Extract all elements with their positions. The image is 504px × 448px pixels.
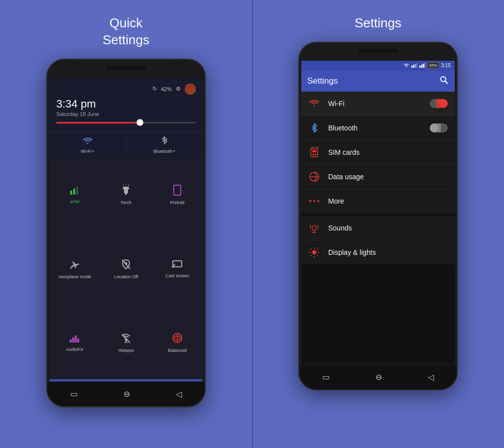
qs-bluetooth-toggle[interactable]: Bluetooth ▾ bbox=[126, 132, 203, 158]
qs-tile-balanced[interactable]: Balanced bbox=[152, 306, 203, 379]
qs-tile-torch[interactable]: Torch bbox=[101, 158, 151, 231]
svg-line-38 bbox=[445, 81, 448, 84]
qs-tile-aeroplane[interactable]: Aeroplane mode bbox=[49, 231, 100, 305]
svg-rect-11 bbox=[174, 185, 181, 195]
nav-recent-btn[interactable]: ▭ bbox=[70, 389, 78, 399]
svg-point-52 bbox=[312, 250, 316, 254]
qs-tile-airtel[interactable]: airtel bbox=[49, 158, 100, 231]
svg-rect-18 bbox=[70, 339, 72, 342]
qs-tile-location[interactable]: Location Off bbox=[101, 231, 151, 305]
settings-more-label: More bbox=[328, 197, 448, 205]
qs-battery: 42% bbox=[161, 86, 172, 92]
quick-settings-phone: ↻ 42% ⚙ 3:34 pm Saturday 18 June bbox=[46, 59, 206, 407]
qs-bt-label: Bluetooth ▾ bbox=[153, 149, 175, 154]
phone-nav-qs: ▭ ⊖ ◁ bbox=[47, 381, 205, 406]
qs-tile-grid: airtel bbox=[49, 158, 203, 379]
cast-icon bbox=[172, 260, 183, 271]
svg-rect-43 bbox=[315, 154, 316, 155]
svg-rect-20 bbox=[75, 336, 77, 342]
svg-line-57 bbox=[311, 248, 312, 249]
qs-tile-aeroplane-label: Aeroplane mode bbox=[58, 274, 91, 279]
portrait-icon bbox=[173, 185, 181, 198]
settings-panel: Settings bbox=[252, 0, 504, 448]
wifi-toggle[interactable] bbox=[430, 99, 448, 108]
qs-tile-audiofx-label: AudioFX bbox=[66, 347, 84, 352]
settings-item-wifi[interactable]: Wi-Fi bbox=[301, 92, 455, 116]
balanced-icon bbox=[172, 333, 183, 346]
svg-point-17 bbox=[172, 266, 174, 268]
qs-status-row: ↻ 42% ⚙ bbox=[56, 84, 196, 95]
plane-icon bbox=[69, 259, 80, 272]
settings-group-device: Sounds bbox=[301, 216, 455, 264]
svg-line-60 bbox=[311, 255, 312, 256]
settings-display-icon bbox=[308, 246, 320, 258]
svg-rect-2 bbox=[70, 191, 72, 195]
qs-wifi-label: Wi-Fi ▾ bbox=[81, 149, 94, 154]
bluetooth-toggle[interactable] bbox=[430, 123, 448, 132]
svg-rect-49 bbox=[312, 225, 316, 230]
settings-sim-label: SIM cards bbox=[328, 148, 448, 156]
settings-list: Wi-Fi Bluetooth bbox=[301, 92, 455, 364]
settings-item-display[interactable]: Display & lights bbox=[301, 240, 455, 264]
settings-item-more[interactable]: More bbox=[301, 189, 455, 213]
settings-item-sounds[interactable]: Sounds bbox=[301, 216, 455, 240]
settings-title: Settings bbox=[355, 15, 401, 32]
qs-toggle-row: ! Wi-Fi ▾ bbox=[49, 131, 203, 158]
qs-tile-cast[interactable]: Cast screen bbox=[152, 231, 203, 305]
svg-rect-36 bbox=[424, 63, 425, 68]
svg-line-59 bbox=[317, 248, 318, 249]
qs-tile-audiofx[interactable]: AudioFX bbox=[49, 306, 100, 379]
settings-item-data[interactable]: Data usage bbox=[301, 165, 455, 189]
nav-home-btn-settings[interactable]: ⊖ bbox=[376, 372, 382, 382]
settings-bt-label: Bluetooth bbox=[328, 124, 422, 132]
svg-point-48 bbox=[317, 200, 319, 202]
nav-recent-btn-settings[interactable]: ▭ bbox=[322, 372, 330, 382]
qs-tile-cast-label: Cast screen bbox=[165, 273, 189, 278]
settings-more-icon bbox=[308, 195, 320, 207]
phone-nav-settings: ▭ ⊖ ◁ bbox=[299, 364, 457, 389]
svg-rect-42 bbox=[312, 154, 314, 155]
settings-data-label: Data usage bbox=[328, 173, 448, 181]
svg-point-47 bbox=[313, 200, 315, 202]
nav-back-btn[interactable]: ◁ bbox=[176, 389, 182, 399]
qs-settings-icon[interactable]: ⚙ bbox=[176, 86, 181, 92]
qs-tile-hotspot-label: Hotspot bbox=[118, 348, 133, 353]
svg-rect-29 bbox=[411, 66, 413, 68]
settings-phone: 35% 3:15 Settings bbox=[298, 42, 458, 390]
search-icon[interactable] bbox=[440, 76, 449, 87]
status-signal-icon bbox=[411, 63, 417, 69]
quick-settings-screen: ↻ 42% ⚙ 3:34 pm Saturday 18 June bbox=[49, 78, 203, 381]
qs-date: Saturday 18 June bbox=[56, 111, 196, 117]
qs-tile-hotspot[interactable]: Hotspot bbox=[101, 306, 151, 379]
hotspot-icon bbox=[121, 333, 131, 346]
svg-rect-35 bbox=[423, 64, 424, 68]
settings-item-bluetooth[interactable]: Bluetooth bbox=[301, 116, 455, 140]
settings-item-sim[interactable]: SIM cards bbox=[301, 140, 455, 165]
svg-rect-40 bbox=[311, 149, 318, 157]
svg-point-39 bbox=[314, 105, 315, 106]
status-time: 3:15 bbox=[441, 63, 451, 68]
svg-rect-30 bbox=[413, 65, 414, 68]
nav-back-btn-settings[interactable]: ◁ bbox=[428, 372, 434, 382]
qs-tile-portrait[interactable]: Portrait bbox=[152, 158, 203, 231]
svg-rect-21 bbox=[77, 338, 79, 342]
svg-rect-19 bbox=[72, 337, 74, 342]
status-wifi-icon bbox=[403, 63, 409, 69]
qs-tile-portrait-label: Portrait bbox=[170, 200, 184, 205]
qs-tile-location-label: Location Off bbox=[114, 274, 138, 279]
wifi-icon: ! bbox=[82, 136, 93, 147]
svg-rect-3 bbox=[73, 189, 75, 195]
qs-avatar[interactable] bbox=[185, 84, 196, 95]
qs-wifi-toggle[interactable]: ! Wi-Fi ▾ bbox=[49, 132, 126, 158]
nav-home-btn[interactable]: ⊖ bbox=[124, 389, 130, 399]
settings-display-label: Display & lights bbox=[328, 248, 448, 256]
svg-text:!: ! bbox=[91, 137, 92, 141]
qs-brightness-slider[interactable] bbox=[56, 122, 196, 123]
bluetooth-icon bbox=[160, 136, 169, 147]
status-battery-icon: 35% bbox=[427, 62, 439, 69]
settings-group-network: Wi-Fi Bluetooth bbox=[301, 92, 455, 213]
qs-header: ↻ 42% ⚙ 3:34 pm Saturday 18 June bbox=[49, 78, 203, 131]
settings-sounds-icon bbox=[308, 222, 320, 234]
svg-rect-7 bbox=[125, 193, 127, 195]
svg-point-46 bbox=[309, 200, 311, 202]
